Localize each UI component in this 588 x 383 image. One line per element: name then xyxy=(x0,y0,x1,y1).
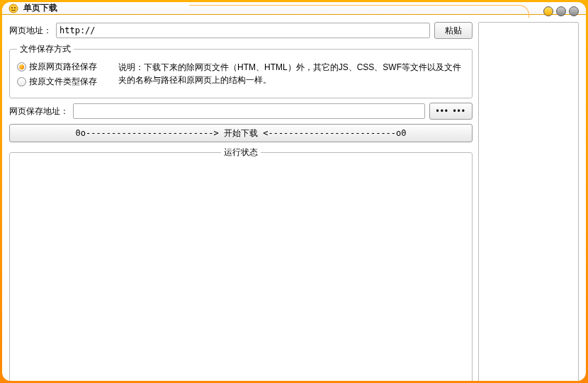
titlebar: 单页下载 xyxy=(2,2,586,15)
save-mode-radios: 按原网页路径保存 按原文件类型保存 xyxy=(17,61,97,91)
save-mode-option2[interactable]: 按原文件类型保存 xyxy=(17,76,97,88)
save-path-label: 网页保存地址： xyxy=(9,105,69,118)
paste-button[interactable]: 粘贴 xyxy=(434,22,473,39)
window: 单页下载 网页地址： 粘贴 文件保存方式 xyxy=(2,2,586,381)
close-button[interactable] xyxy=(569,6,579,16)
save-mode-option1[interactable]: 按原网页路径保存 xyxy=(17,61,97,73)
status-group: 运行状态 xyxy=(9,147,473,381)
status-legend: 运行状态 xyxy=(221,147,261,159)
url-input[interactable] xyxy=(56,23,430,38)
save-path-row: 网页保存地址： ••• ••• xyxy=(9,103,473,120)
window-title: 单页下载 xyxy=(23,2,57,14)
url-label: 网页地址： xyxy=(9,25,52,37)
svg-point-2 xyxy=(14,7,16,8)
status-output[interactable] xyxy=(14,163,468,381)
save-mode-description: 说明：下载下来的除网页文件（HTM、HTML）外，其它的JS、CSS、SWF等文… xyxy=(118,61,465,91)
minimize-button[interactable] xyxy=(543,6,553,16)
save-path-input[interactable] xyxy=(73,103,425,119)
save-mode-inner: 按原网页路径保存 按原文件类型保存 说明：下载下来的除网页文件（HTM、HTML… xyxy=(17,61,465,91)
svg-point-0 xyxy=(9,4,18,13)
title-decoration xyxy=(189,5,529,18)
url-row: 网页地址： 粘贴 xyxy=(9,22,473,39)
content-area: 网页地址： 粘贴 文件保存方式 按原网页路径保存 xyxy=(2,15,586,381)
save-mode-legend: 文件保存方式 xyxy=(17,43,74,55)
browse-button[interactable]: ••• ••• xyxy=(429,103,473,120)
left-pane: 网页地址： 粘贴 文件保存方式 按原网页路径保存 xyxy=(9,22,473,381)
radio-icon xyxy=(17,77,26,86)
svg-point-1 xyxy=(11,7,13,8)
maximize-button[interactable] xyxy=(556,6,566,16)
save-mode-group: 文件保存方式 按原网页路径保存 按原文件类型保存 xyxy=(9,43,473,98)
outer-frame: 单页下载 网页地址： 粘贴 文件保存方式 xyxy=(0,0,588,383)
start-download-button[interactable]: 0o-------------------------> 开始下载 <-----… xyxy=(9,124,473,142)
app-icon xyxy=(8,3,19,14)
right-pane xyxy=(478,22,579,381)
window-controls xyxy=(543,6,579,16)
radio-icon xyxy=(17,62,26,72)
radio-label: 按原文件类型保存 xyxy=(29,76,97,88)
radio-label: 按原网页路径保存 xyxy=(29,61,97,73)
